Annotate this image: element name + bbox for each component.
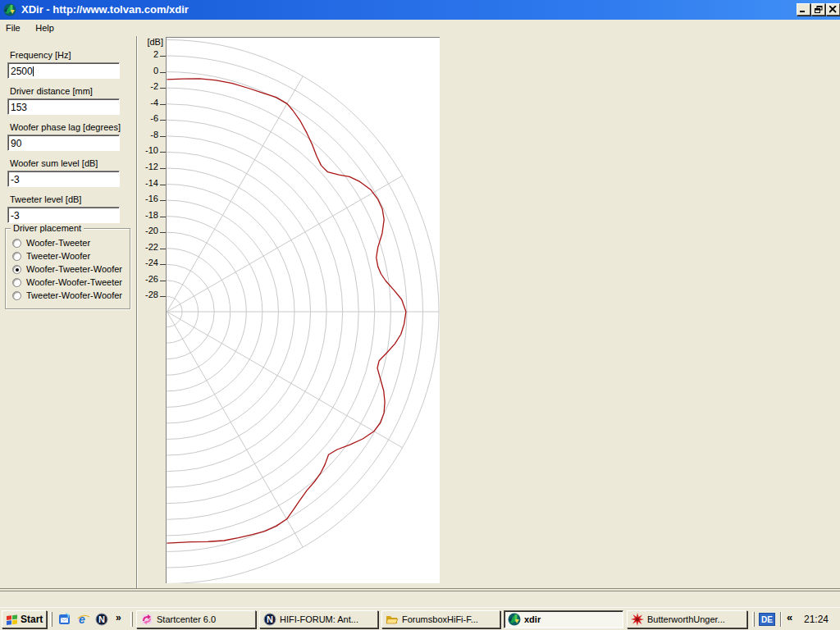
woofer-sum-level-input[interactable]: -3 — [7, 171, 120, 187]
task-button-butterworth[interactable]: ButterworthUnger... — [627, 610, 747, 628]
task-label: HIFI-FORUM: Ant... — [280, 614, 358, 624]
db-axis-tick — [160, 104, 166, 105]
toolbar-grip[interactable] — [130, 612, 133, 627]
radio-tweeter-woofer-woofer[interactable]: Tweeter-Woofer-Woofer — [12, 290, 122, 301]
toolbar-grip[interactable] — [50, 612, 52, 627]
frequency-input[interactable]: 2500 — [7, 62, 120, 79]
db-axis-tick-label: -16 — [130, 194, 158, 203]
radio-tweeter-woofer[interactable]: Tweeter-Woofer — [12, 250, 90, 262]
window-title: XDir - http://www.tolvan.com/xdir — [21, 0, 189, 20]
close-button[interactable] — [826, 3, 840, 16]
tray-divider — [780, 612, 782, 627]
tray-expand-chevron[interactable]: « — [787, 611, 792, 623]
menu-file[interactable]: File — [0, 20, 26, 36]
radio-icon — [12, 278, 21, 287]
red-splat-icon — [631, 613, 644, 626]
task-label: ForumsboxHiFi-F... — [402, 614, 478, 624]
db-axis-tick-label: 0 — [130, 66, 158, 75]
db-axis-tick-label: -4 — [130, 98, 158, 107]
db-axis-tick — [160, 264, 166, 265]
task-button-forumsbox[interactable]: ForumsboxHiFi-F... — [381, 610, 500, 628]
bottom-groove-line — [0, 588, 840, 589]
db-axis-tick — [160, 120, 166, 121]
task-label: Startcenter 6.0 — [157, 614, 216, 624]
polar-plot — [166, 37, 440, 583]
svg-text:N: N — [98, 614, 105, 624]
netscape-icon[interactable]: N — [95, 613, 108, 626]
task-button-xdir[interactable]: xdir — [504, 610, 623, 628]
task-label: xdir — [524, 614, 541, 624]
bottom-groove-line — [0, 591, 840, 591]
polar-grid-spoke — [167, 176, 403, 312]
restore-button[interactable] — [811, 3, 825, 16]
radio-woofer-tweeter-woofer[interactable]: Woofer-Tweeter-Woofer — [12, 263, 122, 275]
db-axis-tick — [160, 56, 166, 57]
screen: { "window": { "title": "XDir - http://ww… — [0, 0, 840, 630]
driver-distance-value: 153 — [11, 102, 27, 113]
task-button-hifi-forum[interactable]: N HIFI-FORUM: Ant... — [259, 610, 378, 628]
driver-distance-label: Driver distance [mm] — [10, 86, 93, 96]
tweeter-level-label: Tweeter level [dB] — [10, 194, 81, 204]
woofer-sum-level-label: Woofer sum level [dB] — [10, 158, 98, 168]
driver-distance-input[interactable]: 153 — [7, 98, 120, 115]
driver-placement-group: Driver placement Woofer-Tweeter Tweeter-… — [5, 228, 130, 309]
restore-icon — [815, 6, 823, 13]
radio-label: Tweeter-Woofer-Woofer — [26, 290, 122, 300]
task-button-startcenter[interactable]: Startcenter 6.0 — [136, 610, 256, 628]
language-indicator[interactable]: DE — [759, 613, 775, 626]
radio-icon — [12, 291, 21, 300]
outlook-express-icon[interactable] — [58, 613, 71, 626]
db-axis-tick-label: -8 — [130, 130, 158, 139]
minimize-button[interactable] — [797, 3, 810, 16]
client-area: Frequency [Hz] 2500 Driver distance [mm]… — [0, 36, 840, 607]
radio-woofer-woofer-tweeter[interactable]: Woofer-Woofer-Tweeter — [12, 276, 122, 288]
radio-icon — [12, 252, 21, 261]
woofer-phase-lag-label: Woofer phase lag [degrees] — [10, 122, 121, 132]
close-icon — [829, 6, 837, 13]
start-button[interactable]: Start — [2, 610, 47, 628]
db-axis-tick-label: -20 — [130, 226, 158, 235]
taskbar: Start e N » Startcenter 6.0 N HIFI-FORUM… — [0, 607, 840, 630]
db-axis-tick-label: -28 — [130, 290, 158, 299]
db-axis-tick — [160, 72, 166, 73]
frequency-value: 2500 — [11, 66, 33, 77]
quick-launch-overflow-chevron[interactable]: » — [116, 612, 121, 623]
frequency-label: Frequency [Hz] — [10, 50, 71, 60]
db-axis-tick — [160, 281, 166, 281]
menu-bar: File Help — [0, 20, 840, 36]
woofer-phase-lag-input[interactable]: 90 — [7, 135, 120, 151]
db-axis-tick-label: -12 — [130, 162, 158, 171]
tray-grip[interactable] — [752, 612, 755, 627]
db-axis-tick-label: 2 — [130, 49, 158, 59]
radio-woofer-tweeter[interactable]: Woofer-Tweeter — [12, 237, 90, 249]
radio-icon — [12, 265, 21, 274]
db-axis-tick — [160, 296, 166, 297]
woofer-sum-level-value: -3 — [11, 174, 20, 185]
db-axis-tick — [160, 200, 166, 201]
polar-grid-spoke — [167, 76, 304, 312]
tweeter-level-input[interactable]: -3 — [7, 207, 120, 223]
minimize-icon — [800, 6, 807, 13]
woofer-phase-lag-value: 90 — [11, 138, 21, 149]
db-axis-tick-label: -24 — [130, 258, 158, 267]
db-axis-tick-label: -18 — [130, 210, 158, 220]
menu-help[interactable]: Help — [30, 20, 60, 36]
window-titlebar[interactable]: XDir - http://www.tolvan.com/xdir — [0, 0, 840, 20]
db-axis-tick — [160, 249, 166, 249]
db-axis-tick — [160, 152, 166, 153]
internet-explorer-icon[interactable]: e — [77, 613, 90, 626]
xdir-app-icon — [508, 613, 521, 626]
startcenter-icon — [140, 613, 153, 626]
radio-label: Woofer-Tweeter-Woofer — [26, 264, 122, 274]
db-axis-tick — [160, 217, 166, 217]
folder-open-icon — [386, 613, 399, 626]
polar-grid-spoke — [167, 312, 304, 547]
db-axis-tick-label: -14 — [130, 178, 158, 188]
tray-clock[interactable]: 21:24 — [797, 614, 835, 625]
netscape-icon: N — [263, 613, 276, 626]
db-axis-tick — [160, 232, 166, 233]
radio-label: Woofer-Tweeter — [26, 238, 90, 248]
db-axis-tick — [160, 168, 166, 169]
db-axis-tick-label: -10 — [130, 145, 158, 155]
svg-text:N: N — [267, 614, 273, 624]
